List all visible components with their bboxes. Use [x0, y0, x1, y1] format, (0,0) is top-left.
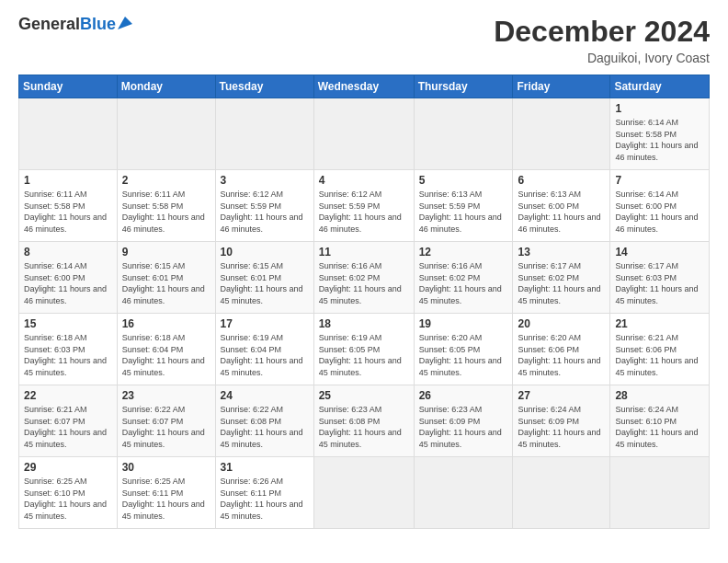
day-info: Sunrise: 6:16 AM Sunset: 6:02 PM Dayligh…	[419, 260, 508, 306]
calendar-week-row: 1 Sunrise: 6:11 AM Sunset: 5:58 PM Dayli…	[19, 170, 710, 242]
month-title: December 2024	[494, 15, 710, 49]
table-row	[414, 98, 513, 170]
table-row: 27 Sunrise: 6:24 AM Sunset: 6:09 PM Dayl…	[513, 385, 610, 457]
calendar-body: 1 Sunrise: 6:14 AM Sunset: 5:58 PM Dayli…	[19, 98, 710, 529]
table-row: 31 Sunrise: 6:26 AM Sunset: 6:11 PM Dayl…	[215, 457, 313, 529]
day-info: Sunrise: 6:17 AM Sunset: 6:03 PM Dayligh…	[615, 260, 704, 306]
day-number: 30	[122, 461, 210, 474]
day-number: 22	[24, 389, 112, 402]
table-row: 19 Sunrise: 6:20 AM Sunset: 6:05 PM Dayl…	[414, 314, 513, 385]
header: General Blue December 2024 Daguikoi, Ivo…	[18, 15, 710, 65]
day-info: Sunrise: 6:20 AM Sunset: 6:06 PM Dayligh…	[518, 332, 605, 378]
table-row: 13 Sunrise: 6:17 AM Sunset: 6:02 PM Dayl…	[513, 242, 610, 314]
day-number: 25	[319, 389, 409, 402]
day-number: 1	[615, 102, 704, 115]
svg-marker-0	[118, 17, 132, 29]
day-info: Sunrise: 6:21 AM Sunset: 6:07 PM Dayligh…	[24, 404, 112, 450]
table-row	[313, 98, 414, 170]
table-row	[215, 98, 313, 170]
day-number: 1	[24, 174, 112, 187]
location: Daguikoi, Ivory Coast	[494, 51, 710, 65]
day-number: 14	[615, 246, 704, 259]
table-row	[313, 457, 414, 529]
day-number: 9	[122, 246, 210, 259]
day-info: Sunrise: 6:18 AM Sunset: 6:03 PM Dayligh…	[24, 332, 112, 378]
table-row: 11 Sunrise: 6:16 AM Sunset: 6:02 PM Dayl…	[313, 242, 414, 314]
table-row: 24 Sunrise: 6:22 AM Sunset: 6:08 PM Dayl…	[215, 385, 313, 457]
day-number: 3	[221, 174, 309, 187]
table-row: 21 Sunrise: 6:21 AM Sunset: 6:06 PM Dayl…	[610, 314, 710, 385]
day-number: 26	[419, 389, 508, 402]
day-info: Sunrise: 6:15 AM Sunset: 6:01 PM Dayligh…	[122, 260, 210, 306]
table-row: 14 Sunrise: 6:17 AM Sunset: 6:03 PM Dayl…	[610, 242, 710, 314]
day-number: 5	[419, 174, 508, 187]
day-number: 29	[24, 461, 112, 474]
logo-general: General	[18, 15, 80, 34]
table-row: 10 Sunrise: 6:15 AM Sunset: 6:01 PM Dayl…	[215, 242, 313, 314]
day-number: 8	[24, 246, 112, 259]
table-row: 20 Sunrise: 6:20 AM Sunset: 6:06 PM Dayl…	[513, 314, 610, 385]
day-number: 2	[122, 174, 210, 187]
day-info: Sunrise: 6:11 AM Sunset: 5:58 PM Dayligh…	[24, 189, 112, 235]
day-info: Sunrise: 6:20 AM Sunset: 6:05 PM Dayligh…	[419, 332, 508, 378]
day-number: 28	[615, 389, 704, 402]
calendar-week-row: 22 Sunrise: 6:21 AM Sunset: 6:07 PM Dayl…	[19, 385, 710, 457]
col-thursday: Thursday	[414, 75, 513, 98]
day-info: Sunrise: 6:23 AM Sunset: 6:09 PM Dayligh…	[419, 404, 508, 450]
table-row	[513, 98, 610, 170]
table-row	[513, 457, 610, 529]
table-row: 1 Sunrise: 6:14 AM Sunset: 5:58 PM Dayli…	[610, 98, 710, 170]
day-info: Sunrise: 6:22 AM Sunset: 6:07 PM Dayligh…	[122, 404, 210, 450]
day-info: Sunrise: 6:17 AM Sunset: 6:02 PM Dayligh…	[518, 260, 605, 306]
calendar-page: General Blue December 2024 Daguikoi, Ivo…	[0, 0, 728, 563]
table-row: 3 Sunrise: 6:12 AM Sunset: 5:59 PM Dayli…	[215, 170, 313, 242]
col-friday: Friday	[513, 75, 610, 98]
day-number: 7	[615, 174, 704, 187]
col-saturday: Saturday	[610, 75, 710, 98]
day-info: Sunrise: 6:21 AM Sunset: 6:06 PM Dayligh…	[615, 332, 704, 378]
calendar-header: Sunday Monday Tuesday Wednesday Thursday…	[19, 75, 710, 98]
day-info: Sunrise: 6:14 AM Sunset: 5:58 PM Dayligh…	[615, 117, 704, 163]
logo-bird-icon	[118, 17, 132, 29]
weekday-row: Sunday Monday Tuesday Wednesday Thursday…	[19, 75, 710, 98]
logo-blue: Blue	[80, 15, 116, 34]
day-number: 15	[24, 317, 112, 330]
table-row	[19, 98, 118, 170]
table-row: 15 Sunrise: 6:18 AM Sunset: 6:03 PM Dayl…	[19, 314, 118, 385]
table-row: 1 Sunrise: 6:11 AM Sunset: 5:58 PM Dayli…	[19, 170, 118, 242]
table-row	[414, 457, 513, 529]
col-tuesday: Tuesday	[215, 75, 313, 98]
calendar-week-row: 29 Sunrise: 6:25 AM Sunset: 6:10 PM Dayl…	[19, 457, 710, 529]
table-row: 9 Sunrise: 6:15 AM Sunset: 6:01 PM Dayli…	[117, 242, 215, 314]
table-row	[117, 98, 215, 170]
day-number: 23	[122, 389, 210, 402]
day-number: 16	[122, 317, 210, 330]
logo: General Blue	[18, 15, 132, 34]
col-wednesday: Wednesday	[313, 75, 414, 98]
table-row: 8 Sunrise: 6:14 AM Sunset: 6:00 PM Dayli…	[19, 242, 118, 314]
day-number: 11	[319, 246, 409, 259]
calendar-week-row: 8 Sunrise: 6:14 AM Sunset: 6:00 PM Dayli…	[19, 242, 710, 314]
table-row: 6 Sunrise: 6:13 AM Sunset: 6:00 PM Dayli…	[513, 170, 610, 242]
day-number: 18	[319, 317, 409, 330]
day-info: Sunrise: 6:26 AM Sunset: 6:11 PM Dayligh…	[221, 476, 309, 522]
day-info: Sunrise: 6:19 AM Sunset: 6:04 PM Dayligh…	[221, 332, 309, 378]
day-info: Sunrise: 6:12 AM Sunset: 5:59 PM Dayligh…	[319, 189, 409, 235]
table-row	[610, 457, 710, 529]
calendar-week-row: 15 Sunrise: 6:18 AM Sunset: 6:03 PM Dayl…	[19, 314, 710, 385]
table-row: 30 Sunrise: 6:25 AM Sunset: 6:11 PM Dayl…	[117, 457, 215, 529]
day-info: Sunrise: 6:22 AM Sunset: 6:08 PM Dayligh…	[221, 404, 309, 450]
table-row: 12 Sunrise: 6:16 AM Sunset: 6:02 PM Dayl…	[414, 242, 513, 314]
day-number: 10	[221, 246, 309, 259]
day-info: Sunrise: 6:25 AM Sunset: 6:10 PM Dayligh…	[24, 476, 112, 522]
day-number: 20	[518, 317, 605, 330]
day-number: 12	[419, 246, 508, 259]
day-number: 6	[518, 174, 605, 187]
day-info: Sunrise: 6:23 AM Sunset: 6:08 PM Dayligh…	[319, 404, 409, 450]
table-row: 25 Sunrise: 6:23 AM Sunset: 6:08 PM Dayl…	[313, 385, 414, 457]
day-number: 13	[518, 246, 605, 259]
table-row: 29 Sunrise: 6:25 AM Sunset: 6:10 PM Dayl…	[19, 457, 118, 529]
day-info: Sunrise: 6:24 AM Sunset: 6:10 PM Dayligh…	[615, 404, 704, 450]
table-row: 16 Sunrise: 6:18 AM Sunset: 6:04 PM Dayl…	[117, 314, 215, 385]
day-info: Sunrise: 6:18 AM Sunset: 6:04 PM Dayligh…	[122, 332, 210, 378]
